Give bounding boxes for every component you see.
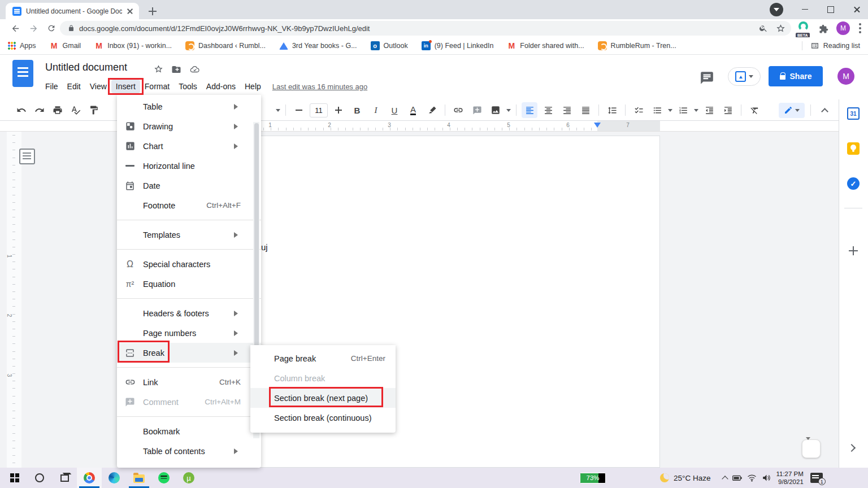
line-spacing-button[interactable] — [604, 102, 620, 118]
insert-link-button[interactable] — [450, 102, 466, 118]
taskbar-file-explorer[interactable] — [127, 468, 151, 488]
account-avatar[interactable]: M — [837, 68, 854, 85]
open-comments-button[interactable] — [700, 71, 714, 85]
taskbar-chrome[interactable] — [77, 468, 102, 488]
spellcheck-button[interactable] — [68, 102, 84, 118]
explore-button[interactable] — [802, 439, 821, 458]
tab-close-icon[interactable] — [125, 7, 134, 16]
redo-button[interactable] — [32, 102, 47, 118]
menu-item-horizontal-line[interactable]: Horizontal line — [117, 156, 261, 176]
taskbar-clock[interactable]: 11:27 PM 9/8/2021 — [776, 470, 803, 486]
beta-extension-icon[interactable]: BETA — [796, 21, 810, 36]
menu-item-special-characters[interactable]: Ω Special characters — [117, 254, 261, 274]
browser-tab[interactable]: Untitled document - Google Doc — [6, 3, 139, 19]
window-minimize-button[interactable] — [793, 0, 816, 19]
last-edit-link[interactable]: Last edit was 16 minutes ago — [272, 82, 367, 91]
notification-center-button[interactable]: 1 — [810, 473, 823, 483]
taskbar-utorrent[interactable]: µ — [176, 468, 201, 488]
star-document-icon[interactable] — [154, 64, 163, 74]
tray-expand-chevron-icon[interactable] — [722, 476, 728, 482]
menu-item-table[interactable]: Table — [117, 97, 261, 116]
submenu-item-section-break-continuous[interactable]: Section break (continuous) — [250, 408, 396, 428]
calendar-icon[interactable]: 31 — [847, 107, 860, 120]
menu-file[interactable]: File — [41, 80, 63, 93]
clear-formatting-button[interactable] — [747, 102, 762, 118]
browser-update-icon[interactable] — [770, 3, 783, 16]
menu-item-drawing[interactable]: Drawing — [117, 116, 261, 136]
cortana-button[interactable] — [27, 468, 52, 488]
menu-view[interactable]: View — [85, 80, 111, 93]
menu-item-bookmark[interactable]: Bookmark — [117, 421, 261, 441]
bookmark-dashboard[interactable]: Dashboard ‹ Rumbl... — [185, 41, 266, 50]
bookmark-apps[interactable]: Apps — [8, 42, 36, 50]
window-maximize-button[interactable] — [819, 0, 842, 19]
battery-percentage-widget[interactable]: 73% — [580, 473, 606, 483]
browser-menu-icon[interactable] — [854, 21, 866, 36]
new-tab-button[interactable] — [146, 5, 159, 18]
text-color-button[interactable]: A — [405, 102, 421, 118]
right-indent-marker[interactable] — [594, 123, 601, 128]
underline-button[interactable]: U — [387, 102, 402, 118]
vertical-ruler[interactable] — [7, 132, 21, 468]
menu-help[interactable]: Help — [240, 80, 266, 93]
submenu-item-section-break-next-page[interactable]: Section break (next page) — [250, 388, 396, 408]
hide-menus-button[interactable] — [817, 102, 832, 118]
show-outline-button[interactable] — [19, 149, 35, 164]
taskbar-spotify[interactable] — [151, 468, 176, 488]
reading-list-button[interactable]: Reading list — [802, 41, 860, 50]
decrease-font-size-button[interactable] — [291, 102, 307, 118]
menu-item-link[interactable]: Link Ctrl+K — [117, 372, 261, 392]
bookmark-outlook[interactable]: oOutlook — [371, 41, 408, 50]
bookmark-rumblerum[interactable]: RumbleRum - Tren... — [598, 41, 676, 50]
paint-format-button[interactable] — [86, 102, 102, 118]
cloud-saved-icon[interactable] — [190, 64, 200, 75]
align-right-button[interactable] — [559, 102, 575, 118]
font-size-input[interactable]: 11 — [310, 103, 328, 117]
align-center-button[interactable] — [540, 102, 556, 118]
insert-image-button[interactable] — [488, 102, 504, 118]
back-icon[interactable] — [8, 21, 23, 36]
window-close-button[interactable] — [845, 0, 868, 19]
task-view-button[interactable] — [52, 468, 77, 488]
bookmark-folder-shared[interactable]: MFolder shared with... — [507, 41, 584, 50]
menu-format[interactable]: Format — [140, 80, 174, 93]
bookmark-star-icon[interactable] — [776, 24, 785, 33]
weather-widget[interactable]: 25°C Haze — [660, 473, 710, 482]
checklist-button[interactable] — [631, 102, 646, 118]
taskbar-edge[interactable] — [102, 468, 127, 488]
image-dropdown-caret-icon[interactable] — [506, 109, 511, 114]
extensions-puzzle-icon[interactable] — [816, 21, 831, 36]
menu-item-table-of-contents[interactable]: Table of contents — [117, 441, 261, 461]
wifi-tray-icon[interactable] — [747, 474, 757, 482]
menu-item-break[interactable]: Break — [117, 343, 261, 363]
menu-item-footnote[interactable]: Footnote Ctrl+Alt+F — [117, 195, 261, 215]
get-addons-button[interactable] — [848, 245, 859, 256]
menu-tools[interactable]: Tools — [174, 80, 202, 93]
zoom-page-icon[interactable] — [759, 24, 768, 33]
bold-button[interactable]: B — [349, 102, 365, 118]
highlight-color-button[interactable] — [424, 102, 440, 118]
numbered-list-button[interactable] — [675, 102, 691, 118]
menu-item-chart[interactable]: Chart — [117, 136, 261, 156]
share-button[interactable]: Share — [769, 66, 823, 86]
tasks-icon[interactable]: ✓ — [847, 177, 860, 190]
justify-button[interactable] — [578, 102, 593, 118]
menu-item-page-numbers[interactable]: Page numbers — [117, 323, 261, 343]
menu-item-templates[interactable]: Templates — [117, 225, 261, 245]
menu-insert[interactable]: Insert — [111, 80, 140, 93]
increase-indent-button[interactable] — [720, 102, 736, 118]
present-button[interactable] — [728, 67, 761, 86]
battery-tray-icon[interactable] — [732, 474, 742, 482]
keep-icon[interactable] — [847, 142, 860, 155]
volume-tray-icon[interactable] — [762, 474, 771, 482]
present-dropdown-caret-icon[interactable] — [749, 75, 753, 80]
bookmark-gmail[interactable]: MGmail — [50, 41, 81, 50]
bookmark-drive[interactable]: 3rd Year books - G... — [279, 42, 357, 50]
move-to-folder-icon[interactable] — [171, 64, 181, 75]
reload-icon[interactable] — [44, 21, 59, 36]
url-bar[interactable]: docs.google.com/document/d/12FmdEI0ovjzJ… — [60, 21, 791, 36]
add-comment-button[interactable] — [469, 102, 485, 118]
menu-item-equation[interactable]: π² Equation — [117, 274, 261, 294]
menu-edit[interactable]: Edit — [63, 80, 85, 93]
numbered-list-caret-icon[interactable] — [694, 109, 698, 114]
